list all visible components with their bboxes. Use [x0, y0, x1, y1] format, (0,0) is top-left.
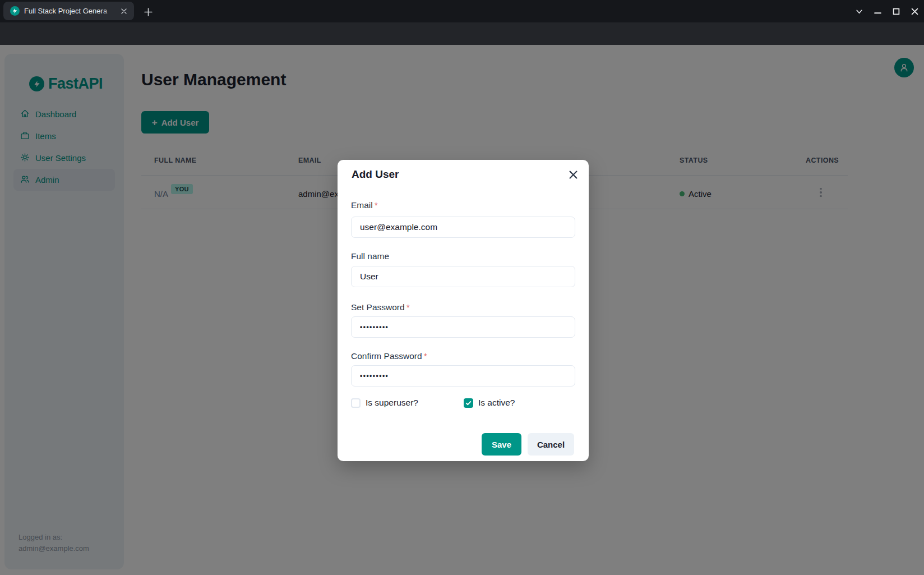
tab-close-icon[interactable] [118, 6, 130, 17]
full-name-field[interactable] [351, 266, 575, 287]
page-viewport: FastAPI Dashboard Items User Settings [0, 45, 924, 575]
window-minimize-icon[interactable] [872, 6, 883, 16]
browser-titlebar: Full Stack Project Genera [0, 0, 924, 22]
set-password-field[interactable] [351, 316, 575, 338]
is-active-checkbox[interactable]: Is active? [464, 398, 515, 408]
email-field[interactable] [351, 217, 575, 238]
close-icon[interactable] [565, 167, 581, 182]
cancel-button[interactable]: Cancel [528, 433, 574, 456]
required-mark: * [424, 351, 427, 361]
save-button[interactable]: Save [482, 433, 521, 456]
checkbox-row: Is superuser? Is active? [351, 398, 575, 409]
is-superuser-checkbox[interactable]: Is superuser? [351, 398, 418, 408]
browser-tab[interactable]: Full Stack Project Genera [3, 2, 134, 20]
tab-search-chevron-icon[interactable] [854, 6, 864, 16]
set-password-label: Set Password* [351, 302, 410, 312]
checkbox-checked-icon [464, 398, 473, 408]
required-mark: * [406, 302, 410, 312]
fastapi-favicon-icon [10, 6, 20, 16]
email-label: Email* [351, 200, 378, 210]
add-user-modal: Add User Email* Full name Set Password* … [338, 160, 589, 461]
new-tab-icon[interactable] [142, 6, 154, 17]
required-mark: * [375, 200, 378, 210]
confirm-password-field[interactable] [351, 365, 575, 387]
checkbox-unchecked-icon [351, 398, 361, 408]
modal-title: Add User [352, 168, 399, 181]
browser-toolbar: localhost/admin 1 [0, 22, 924, 45]
full-name-label: Full name [351, 251, 389, 261]
window-close-icon[interactable] [909, 6, 920, 16]
window-maximize-icon[interactable] [891, 6, 901, 16]
tab-title: Full Stack Project Genera [24, 7, 116, 15]
confirm-password-label: Confirm Password* [351, 351, 427, 361]
